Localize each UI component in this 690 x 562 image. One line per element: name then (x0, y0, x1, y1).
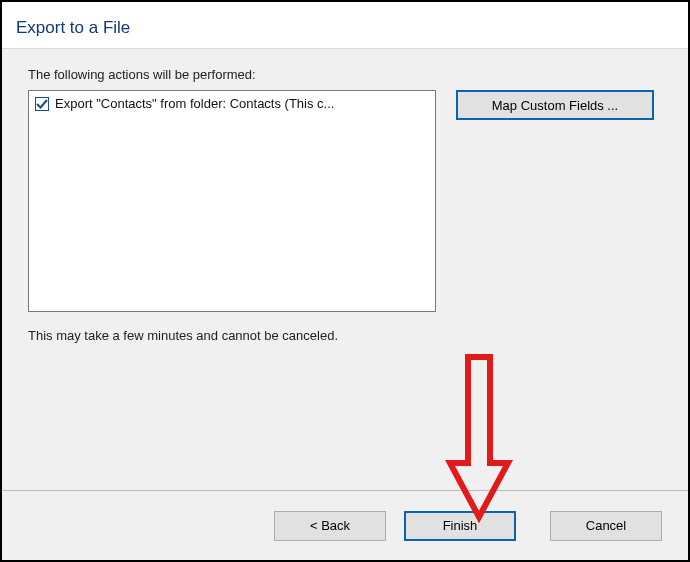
export-to-file-dialog: Export to a File The following actions w… (0, 0, 690, 562)
actions-listbox[interactable]: Export "Contacts" from folder: Contacts … (28, 90, 436, 312)
finish-button[interactable]: Finish (404, 511, 516, 541)
action-item-label: Export "Contacts" from folder: Contacts … (55, 95, 429, 113)
checkbox-checked-icon[interactable] (35, 97, 49, 111)
map-custom-fields-button[interactable]: Map Custom Fields ... (456, 90, 654, 120)
dialog-title: Export to a File (16, 18, 674, 38)
duration-note: This may take a few minutes and cannot b… (28, 328, 662, 343)
action-item[interactable]: Export "Contacts" from folder: Contacts … (35, 95, 429, 113)
dialog-content: The following actions will be performed:… (2, 48, 688, 490)
dialog-titlebar: Export to a File (2, 2, 688, 48)
side-button-column: Map Custom Fields ... (456, 90, 654, 120)
actions-prompt: The following actions will be performed: (28, 67, 662, 82)
actions-row: Export "Contacts" from folder: Contacts … (28, 90, 662, 312)
dialog-button-bar: < Back Finish Cancel (2, 490, 688, 560)
cancel-button[interactable]: Cancel (550, 511, 662, 541)
back-button[interactable]: < Back (274, 511, 386, 541)
